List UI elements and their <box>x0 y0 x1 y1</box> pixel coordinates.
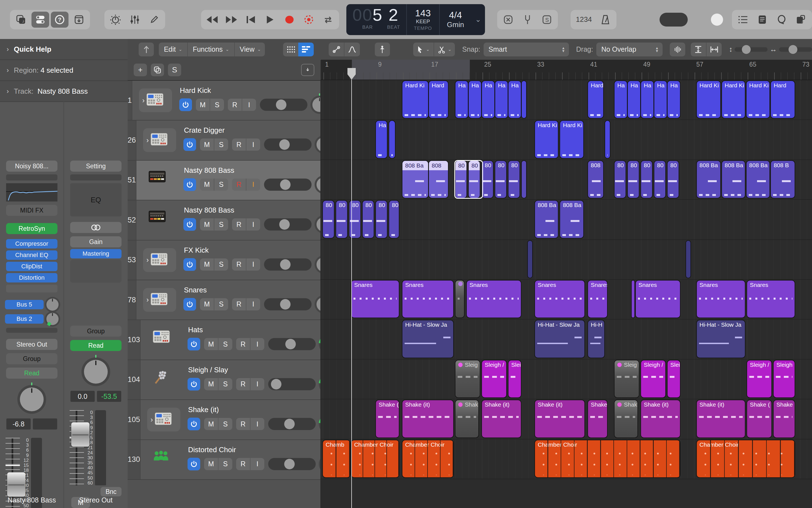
region-Snares[interactable]: Snares <box>402 281 453 318</box>
record-enable-button[interactable]: R <box>232 138 246 151</box>
region-808 Ba[interactable]: 808 Ba <box>722 161 745 198</box>
waveform-zoom-icon[interactable] <box>670 43 685 56</box>
record-enable-button[interactable]: R <box>236 418 250 430</box>
bar-ruler[interactable]: 191725334149576573 <box>320 60 812 80</box>
capture-record-icon[interactable] <box>300 12 318 28</box>
mute-button[interactable]: M <box>200 138 214 151</box>
region-Hard[interactable]: Hard <box>429 81 448 118</box>
disclosure-chevron-icon[interactable]: › <box>146 136 149 144</box>
play-icon[interactable] <box>261 12 279 28</box>
lcd-position[interactable]: 00 5 BAR 2 BEAT <box>346 4 407 35</box>
region-Shake (it)[interactable]: Shake (it) <box>402 400 453 437</box>
disclosure-chevron-icon[interactable]: › <box>150 415 153 424</box>
region-Ha[interactable]: Ha <box>628 81 640 118</box>
instrument-box[interactable] <box>149 210 166 224</box>
quick-help-icon[interactable]: ? <box>51 12 68 28</box>
power-button[interactable] <box>188 378 200 390</box>
region-Snares[interactable]: Snares <box>535 281 584 318</box>
eq-slot[interactable]: EQ <box>70 183 122 216</box>
region-Sleigh[interactable]: Sleigh <box>774 361 795 397</box>
region-808 Ba[interactable]: 808 Ba <box>535 201 558 238</box>
rewind-icon[interactable] <box>203 12 221 28</box>
instrument-box[interactable] <box>149 171 166 184</box>
solo-button[interactable]: S <box>218 378 232 390</box>
region-Ha[interactable]: Ha <box>615 81 627 118</box>
fader-thumb[interactable] <box>71 422 90 447</box>
mute-button[interactable]: M <box>204 458 218 470</box>
region-Shake (it)[interactable]: Shake (it) <box>535 400 584 437</box>
region-Hard Ki[interactable]: Hard Ki <box>722 81 745 118</box>
record-enable-button[interactable]: R <box>232 178 246 191</box>
snap-dropdown[interactable]: Smart▲▼ <box>484 43 569 56</box>
solo-button[interactable]: S <box>209 99 224 111</box>
volume-thumb[interactable] <box>711 13 723 26</box>
mute-button[interactable]: M <box>196 99 209 111</box>
track-volume-slider[interactable] <box>268 378 316 390</box>
notepad-icon[interactable] <box>754 12 771 28</box>
region-Hard Ki[interactable]: Hard Ki <box>697 81 721 118</box>
instrument-box[interactable]: › <box>147 408 180 431</box>
region-80[interactable]: 80 <box>654 161 665 198</box>
region-Hi-H[interactable]: Hi-H <box>588 320 604 357</box>
input-monitor-button[interactable]: I <box>250 458 264 470</box>
region-80[interactable]: 80 <box>376 201 387 238</box>
quick-help-row[interactable]: › Quick Help <box>0 39 128 60</box>
region-80[interactable]: 80 <box>509 161 520 198</box>
region-80[interactable]: 80 <box>323 201 334 238</box>
region-Sleig[interactable]: Sleig <box>615 361 639 397</box>
region-Snares[interactable]: Snares <box>747 281 795 318</box>
record-enable-button[interactable]: R <box>236 378 250 390</box>
lane-78[interactable]: SnaresSnaresSnaresSnaresSnaresSnaresSnar… <box>320 280 812 320</box>
edit-menu[interactable]: Edit⌄ <box>159 43 187 56</box>
solo-button[interactable]: S <box>214 258 228 270</box>
mastering-plugin-button[interactable]: Mastering <box>70 249 122 258</box>
region-Chamber Choir[interactable]: Chamber Choir <box>535 440 680 477</box>
channel-setting-button[interactable]: Setting <box>70 161 122 172</box>
bus2-send-button[interactable]: Bus 2 <box>5 314 44 324</box>
region-blank[interactable] <box>522 161 526 198</box>
region-Hi-Hat - Slow Ja[interactable]: Hi-Hat - Slow Ja <box>697 320 745 357</box>
region-80[interactable]: 80 <box>641 161 652 198</box>
mute-button[interactable]: M <box>200 218 214 230</box>
region-blank[interactable] <box>686 241 690 278</box>
region-blank[interactable] <box>632 281 634 318</box>
instrument-box[interactable]: › <box>143 288 176 312</box>
track-header-shake-it-[interactable]: 105›Shake (it)MSRI <box>128 400 320 440</box>
region-80[interactable]: 80 <box>628 161 639 198</box>
region-Chamber Choir[interactable]: Chamber Choir <box>697 440 795 477</box>
input-monitor-button[interactable]: I <box>246 298 260 310</box>
track-name[interactable]: Distorted Choir <box>188 446 335 454</box>
input-monitor-button[interactable]: I <box>246 138 260 151</box>
channel-fader[interactable]: 03691215182124303540455060 <box>69 410 122 485</box>
plugin-button[interactable]: Channel EQ <box>6 250 57 260</box>
track-volume-slider[interactable] <box>264 218 312 230</box>
region-80[interactable]: 80 <box>389 201 399 238</box>
group-button[interactable]: Group <box>6 353 57 364</box>
solo-button[interactable]: S <box>214 178 228 191</box>
region-Ha[interactable]: Ha <box>376 121 387 158</box>
lane-51[interactable]: 808 Ba80880808080808088080808080808 Ba80… <box>320 160 812 200</box>
region-Hard Ki[interactable]: Hard Ki <box>402 81 428 118</box>
track-volume-slider[interactable] <box>268 418 316 430</box>
record-enable-button[interactable]: R <box>236 458 250 470</box>
loop-browser-icon[interactable] <box>773 12 791 28</box>
tuner-icon[interactable] <box>107 12 124 28</box>
input-monitor-button[interactable]: I <box>246 258 260 270</box>
instrument-box[interactable] <box>153 370 168 387</box>
drag-dropdown[interactable]: No Overlap▲▼ <box>596 43 663 56</box>
region-80[interactable]: 80 <box>363 201 374 238</box>
region-Shake (it)[interactable]: Shake (it) <box>697 400 745 437</box>
volume-thumb[interactable] <box>284 459 295 469</box>
region-808[interactable]: 808 <box>588 161 603 198</box>
channel-setting-button[interactable]: Noisy 808... <box>6 161 57 172</box>
input-monitor-button[interactable]: I <box>250 378 264 390</box>
region-808 B[interactable]: 808 B <box>771 161 795 198</box>
region-Ha[interactable]: Ha <box>654 81 667 118</box>
region-Ha[interactable]: Ha <box>509 81 521 118</box>
power-button[interactable] <box>188 418 200 430</box>
region-Sleigh /[interactable]: Sleigh / <box>641 361 665 397</box>
eq-thumbnail[interactable] <box>6 183 57 202</box>
fader-thumb[interactable] <box>7 472 26 497</box>
lane-26[interactable]: HaHard KiHard Ki <box>320 120 812 160</box>
region-Snares[interactable]: Snares <box>351 281 399 318</box>
